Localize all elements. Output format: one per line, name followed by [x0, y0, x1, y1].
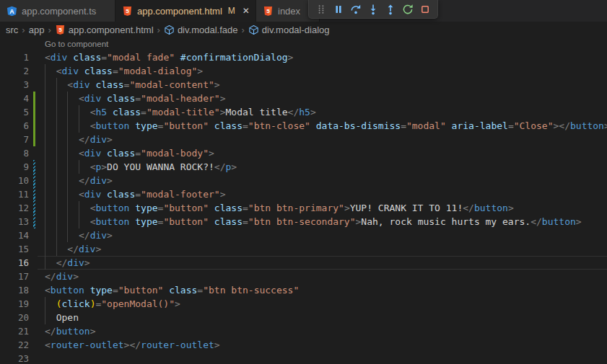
code-line[interactable]: 2 <div class="modal-dialog">: [0, 64, 607, 78]
line-number[interactable]: 9: [0, 160, 29, 174]
code-line[interactable]: 16 </div>: [0, 256, 607, 270]
code-line[interactable]: 3 <div class="modal-content">: [0, 78, 607, 92]
line-tokens: <button type="button" class="btn btn-sec…: [45, 216, 582, 227]
breadcrumb-label: div.modal-dialog: [262, 25, 330, 35]
code-line[interactable]: 7 </div>: [0, 133, 607, 146]
code-line[interactable]: 21</button>: [0, 324, 607, 338]
line-number[interactable]: 2: [0, 64, 29, 78]
code-line[interactable]: 13 <button type="button" class="btn btn-…: [0, 215, 607, 228]
code-line[interactable]: 22<router-outlet></router-outlet>: [0, 338, 607, 352]
line-number[interactable]: 8: [0, 146, 29, 160]
git-modified-indicator: [33, 160, 35, 174]
git-gutter: [29, 105, 38, 119]
line-number[interactable]: 15: [0, 242, 29, 256]
chevron-right-icon: ›: [48, 25, 51, 35]
git-gutter: [29, 338, 38, 352]
git-gutter: [29, 215, 38, 228]
line-number[interactable]: 12: [0, 201, 29, 215]
step-into-button[interactable]: [364, 1, 382, 18]
step-over-icon: [350, 4, 362, 15]
git-modified-indicator: [33, 201, 35, 215]
step-over-button[interactable]: [347, 1, 364, 18]
git-modified-indicator: [33, 187, 35, 201]
indent-guide: [67, 160, 68, 174]
git-gutter: [29, 146, 38, 160]
line-number[interactable]: 3: [0, 78, 29, 92]
line-number[interactable]: 17: [0, 270, 29, 283]
breadcrumb-item-div.modal.fade[interactable]: div.modal.fade: [164, 25, 238, 35]
code-line[interactable]: 4 <div class="modal-header">: [0, 92, 607, 105]
step-out-button[interactable]: [382, 1, 399, 18]
line-content: </div>: [38, 133, 607, 146]
stop-button[interactable]: [416, 1, 434, 18]
indent-guide: [67, 187, 68, 201]
line-content: <router-outlet></router-outlet>: [38, 338, 607, 352]
code-line[interactable]: 12 <button type="button" class="btn btn-…: [0, 201, 607, 215]
indent-guide: [45, 64, 45, 78]
code-line[interactable]: 19 (click)="openModal()">: [0, 297, 607, 311]
tab-app.component.html[interactable]: 5app.component.htmlM✕: [115, 0, 256, 22]
toolbar-gripper[interactable]: [313, 1, 330, 18]
line-number[interactable]: 16: [0, 256, 29, 270]
codelens-go-to-component[interactable]: Go to component: [0, 37, 607, 50]
indent-guide: [67, 119, 68, 133]
code-line[interactable]: 23: [0, 352, 607, 364]
indent-guide: [45, 133, 45, 146]
code-line[interactable]: 9 <p>DO YOU WANNA ROCK?!</p>: [0, 160, 607, 174]
line-number[interactable]: 18: [0, 283, 29, 297]
line-content: </div>: [38, 256, 607, 270]
code-line[interactable]: 14 </div>: [0, 228, 607, 242]
line-number[interactable]: 21: [0, 324, 29, 338]
line-number[interactable]: 22: [0, 338, 29, 352]
line-number[interactable]: 4: [0, 92, 29, 105]
code-line[interactable]: 5 <h5 class="modal-title">Modal title</h…: [0, 105, 607, 119]
code-line[interactable]: 11 <div class="modal-footer">: [0, 187, 607, 201]
code-line[interactable]: 6 <button type="button" class="btn-close…: [0, 119, 607, 133]
indent-guide: [45, 187, 45, 201]
line-content: <button type="button" class="btn btn-suc…: [38, 283, 607, 297]
symbol-cube-icon: [248, 25, 259, 35]
indent-guide: [45, 297, 45, 311]
line-tokens: <button type="button" class="btn btn-suc…: [45, 285, 299, 296]
line-number[interactable]: 11: [0, 187, 29, 201]
code-line[interactable]: 17</div>: [0, 270, 607, 283]
indent-guide: [67, 201, 68, 215]
line-number[interactable]: 23: [0, 352, 29, 364]
line-number[interactable]: 6: [0, 119, 29, 133]
line-number[interactable]: 19: [0, 297, 29, 311]
line-number[interactable]: 5: [0, 105, 29, 119]
svg-text:5: 5: [126, 8, 129, 14]
line-tokens: (click)="openModal()">: [45, 298, 180, 309]
line-tokens: <div class="modal fade" #confirmationDia…: [45, 52, 293, 63]
line-number[interactable]: 1: [0, 50, 29, 64]
code-line[interactable]: 18<button type="button" class="btn btn-s…: [0, 283, 607, 297]
line-number[interactable]: 10: [0, 174, 29, 187]
close-icon[interactable]: ✕: [243, 6, 250, 15]
indent-guide: [56, 187, 57, 201]
code-line[interactable]: 8 <div class="modal-body">: [0, 146, 607, 160]
line-number[interactable]: 7: [0, 133, 29, 146]
breadcrumb-item-src[interactable]: src: [6, 25, 18, 35]
pause-button[interactable]: [330, 1, 347, 18]
restart-button[interactable]: [399, 1, 416, 18]
stop-icon: [419, 4, 431, 15]
line-number[interactable]: 13: [0, 215, 29, 228]
line-number[interactable]: 20: [0, 311, 29, 324]
breadcrumb-item-div.modal-dialog[interactable]: div.modal-dialog: [248, 25, 330, 35]
code-line[interactable]: 15 </div>: [0, 242, 607, 256]
indent-guide: [45, 242, 45, 256]
line-number[interactable]: 14: [0, 228, 29, 242]
chevron-right-icon: ›: [241, 25, 244, 35]
indent-guide: [45, 256, 45, 270]
code-line[interactable]: 20 Open: [0, 311, 607, 324]
html5-icon: 5: [263, 6, 274, 17]
tab-app.component.ts[interactable]: Aapp.component.ts: [0, 0, 115, 22]
code-line[interactable]: 1<div class="modal fade" #confirmationDi…: [0, 50, 607, 64]
indent-guide: [56, 160, 57, 174]
breadcrumb-item-app.component.html[interactable]: 5app.component.html: [55, 25, 154, 35]
line-content: </div>: [38, 228, 607, 242]
breadcrumb-item-app[interactable]: app: [29, 25, 45, 35]
git-gutter: [29, 64, 38, 78]
chevron-right-icon: ›: [157, 25, 160, 35]
code-line[interactable]: 10 </div>: [0, 174, 607, 187]
